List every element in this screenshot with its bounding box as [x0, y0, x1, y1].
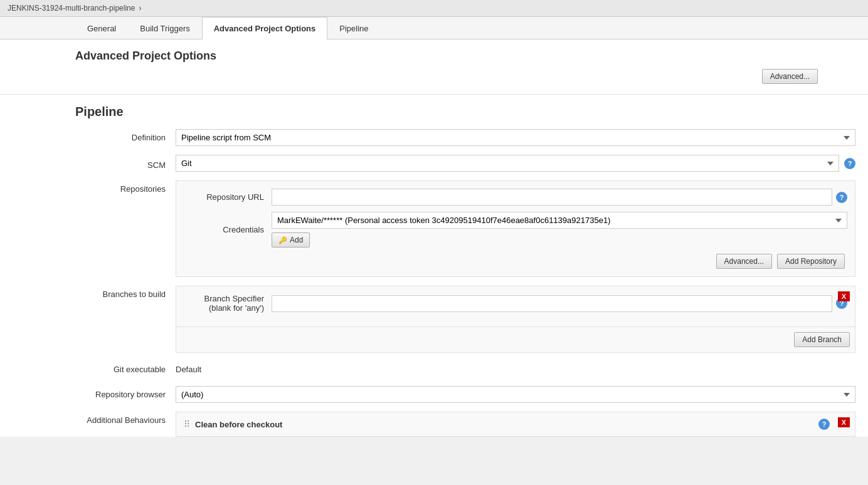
remove-branch-button[interactable]: X	[838, 291, 850, 301]
tab-pipeline[interactable]: Pipeline	[327, 17, 380, 39]
repo-action-buttons: Advanced... Add Repository	[184, 254, 847, 269]
add-branch-row: Add Branch	[176, 326, 855, 352]
key-icon: 🔑	[278, 236, 287, 244]
git-executable-value: Default	[176, 362, 855, 377]
repository-url-row: Repository URL https://github.com/MarkEW…	[184, 189, 847, 206]
scm-label: SCM	[75, 157, 176, 170]
scm-select[interactable]: None Git	[176, 155, 839, 172]
definition-label: Definition	[75, 129, 176, 142]
clean-before-checkout-help-icon[interactable]: ?	[818, 419, 830, 430]
branches-content: X Branch Specifier (blank for 'any') */m…	[176, 286, 855, 353]
tab-bar: General Build Triggers Advanced Project …	[0, 17, 868, 39]
pipeline-section: Pipeline Definition Pipeline script from…	[0, 95, 868, 437]
branch-specifier-label: Branch Specifier (blank for 'any')	[184, 294, 272, 313]
repositories-section: Repositories Repository URL https://gith…	[75, 180, 855, 277]
clean-before-checkout-label: Clean before checkout	[195, 420, 282, 429]
git-executable-row: Git executable Default	[75, 362, 855, 377]
breadcrumb-text[interactable]: JENKINS-31924-multi-branch-pipeline	[8, 4, 135, 13]
branch-specifier-row: Branch Specifier (blank for 'any') */mas…	[184, 294, 847, 313]
breadcrumb-arrow: ›	[139, 4, 141, 13]
branches-label: Branches to build	[75, 286, 176, 299]
definition-select[interactable]: Pipeline script from SCM Pipeline script	[176, 129, 855, 146]
repo-browser-label: Repository browser	[75, 390, 176, 399]
credentials-label: Credentials	[184, 225, 272, 234]
add-credentials-button[interactable]: 🔑 Add	[272, 232, 310, 248]
tab-build-triggers[interactable]: Build Triggers	[128, 17, 201, 39]
tab-advanced-project-options[interactable]: Advanced Project Options	[202, 17, 328, 39]
tab-general[interactable]: General	[75, 17, 128, 39]
add-branch-button[interactable]: Add Branch	[794, 332, 850, 347]
additional-behaviours-label: Additional Behaviours	[75, 412, 176, 425]
branch-specifier-input[interactable]: */master	[272, 295, 832, 312]
repository-url-input[interactable]: https://github.com/MarkEWaite/jenkins-bu…	[272, 189, 832, 206]
branches-inner: X Branch Specifier (blank for 'any') */m…	[176, 286, 855, 326]
repo-browser-row: Repository browser (Auto)	[75, 386, 855, 403]
behaviours-content: X ⠿ Clean before checkout ?	[176, 412, 855, 437]
repository-url-label: Repository URL	[184, 192, 272, 202]
scm-row: SCM None Git ?	[75, 155, 855, 172]
additional-behaviours-section: Additional Behaviours X ⠿ Clean before c…	[75, 412, 855, 437]
pipeline-title: Pipeline	[75, 105, 855, 119]
clean-before-checkout-item: X ⠿ Clean before checkout ?	[176, 412, 855, 436]
advanced-repo-button[interactable]: Advanced...	[716, 254, 772, 269]
remove-behaviour-button[interactable]: X	[838, 417, 850, 427]
repositories-label: Repositories	[75, 180, 176, 194]
advanced-project-options-title: Advanced Project Options	[75, 50, 855, 63]
definition-row: Definition Pipeline script from SCM Pipe…	[75, 129, 855, 146]
add-repository-button[interactable]: Add Repository	[777, 254, 845, 269]
repositories-content: Repository URL https://github.com/MarkEW…	[176, 180, 855, 277]
drag-handle-icon[interactable]: ⠿	[184, 419, 190, 429]
repository-url-help-icon[interactable]: ?	[836, 192, 847, 203]
credentials-row: Credentials MarkEWaite/****** (Personal …	[184, 212, 847, 248]
credentials-select[interactable]: MarkEWaite/****** (Personal access token…	[272, 212, 847, 229]
advanced-options-button[interactable]: Advanced...	[762, 69, 818, 84]
branches-section: Branches to build X Branch Specifier (bl…	[75, 286, 855, 353]
advanced-project-options-section: Advanced Project Options Advanced...	[0, 39, 868, 95]
scm-help-icon[interactable]: ?	[844, 158, 855, 169]
git-executable-label: Git executable	[75, 365, 176, 374]
repo-browser-select[interactable]: (Auto)	[176, 386, 855, 403]
